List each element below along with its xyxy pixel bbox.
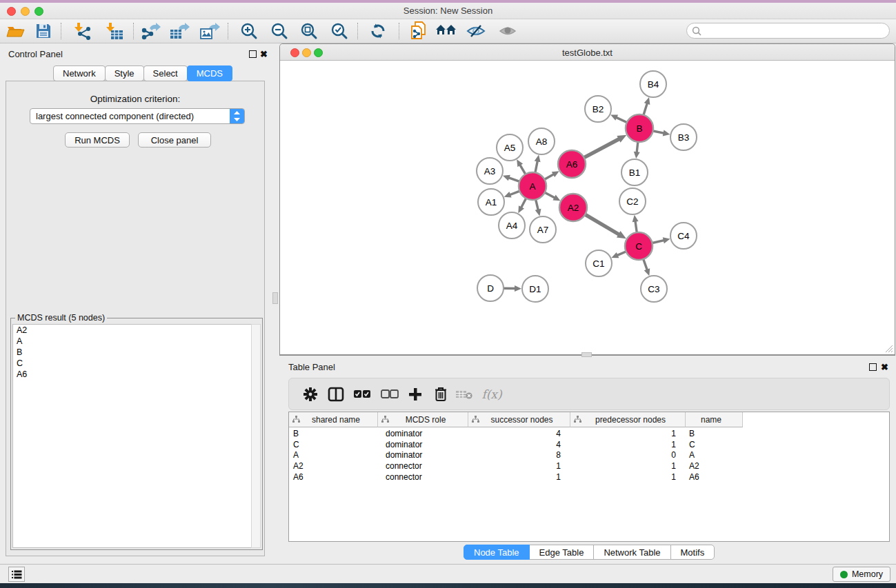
zoom-fit-button[interactable]	[297, 21, 321, 41]
tab-node-table[interactable]: Node Table	[464, 545, 530, 560]
edge-A-A7[interactable]	[535, 199, 538, 210]
zoom-selected-button[interactable]	[328, 21, 351, 41]
node-table[interactable]: shared nameMCDS rolesuccessor nodesprede…	[288, 412, 890, 542]
edge-C-C3[interactable]	[643, 258, 647, 271]
zoom-out-button[interactable]	[268, 21, 291, 41]
edge-A-A1[interactable]	[509, 191, 520, 195]
memory-button[interactable]: Memory	[833, 567, 890, 582]
edge-A-A2[interactable]	[544, 192, 556, 199]
select-all-button[interactable]	[351, 384, 373, 405]
export-network-icon	[140, 22, 161, 40]
table-row[interactable]: Adominator80A	[289, 450, 889, 461]
search-input[interactable]	[686, 23, 890, 39]
column-header-label: MCDS role	[389, 415, 468, 425]
export-image-button[interactable]	[198, 21, 221, 41]
network-window-titlebar[interactable]: testGlobe.txt	[280, 44, 895, 61]
tab-mcds[interactable]: MCDS	[187, 65, 232, 81]
tab-network[interactable]: Network	[53, 65, 106, 81]
mcds-result-item[interactable]: A6	[13, 369, 252, 380]
delete-table-icon	[455, 389, 473, 400]
edge-A2-C[interactable]	[584, 214, 619, 235]
table-toolbar: f(x)	[288, 378, 890, 410]
edge-B-B2[interactable]	[615, 117, 627, 123]
import-network-button[interactable]	[71, 21, 94, 41]
mcds-result-list[interactable]: A2ABCA6	[12, 324, 252, 548]
table-row[interactable]: A6connector11A6	[289, 472, 889, 483]
attribute-tree-icon	[381, 416, 389, 423]
delete-table-button[interactable]	[453, 384, 475, 405]
network-view-window: testGlobe.txt B4B2BB3A8A5A6A3B1AC2A1A2A4…	[279, 43, 895, 356]
refresh-view-button[interactable]	[366, 21, 390, 41]
run-mcds-button[interactable]: Run MCDS	[65, 132, 130, 148]
control-panel-close-button[interactable]: ✖	[260, 50, 268, 58]
criterion-select[interactable]: largest connected component (directed)	[30, 108, 245, 124]
edge-B-B1[interactable]	[637, 141, 638, 153]
edge-B-B4[interactable]	[644, 103, 648, 116]
new-network-from-selection-button[interactable]	[407, 21, 430, 41]
table-cell: A6	[289, 472, 378, 483]
edge-C-C1[interactable]	[617, 252, 627, 256]
edge-C-C2[interactable]	[635, 221, 637, 233]
edge-B-B3[interactable]	[653, 131, 665, 134]
edge-A-A6[interactable]	[544, 174, 555, 180]
table-row[interactable]: Bdominator41B	[289, 429, 889, 440]
control-panel-float-button[interactable]	[249, 50, 257, 58]
open-session-button[interactable]	[4, 21, 28, 41]
task-history-button[interactable]	[8, 567, 25, 582]
table-settings-button[interactable]	[299, 384, 321, 405]
export-network-button[interactable]	[139, 21, 162, 41]
edge-A6-B[interactable]	[584, 139, 620, 158]
column-header-successor-nodes[interactable]: successor nodes	[468, 412, 570, 427]
mcds-result-item[interactable]: B	[13, 347, 252, 358]
edge-A-A3[interactable]	[508, 177, 520, 181]
show-panel-button[interactable]	[496, 21, 519, 41]
close-panel-button[interactable]: Close panel	[138, 132, 211, 148]
export-table-button[interactable]	[168, 21, 191, 41]
column-header-predecessor-nodes[interactable]: predecessor nodes	[570, 412, 686, 427]
mcds-result-item[interactable]: C	[13, 358, 252, 369]
add-column-button[interactable]	[404, 384, 426, 405]
home-layout-button[interactable]	[435, 21, 458, 41]
edge-C-C4[interactable]	[652, 240, 665, 243]
hide-panel-button[interactable]	[464, 21, 488, 41]
node-label-A8: A8	[536, 136, 548, 147]
import-table-button[interactable]	[103, 21, 126, 41]
resize-grip-icon[interactable]	[884, 344, 893, 353]
tab-edge-table[interactable]: Edge Table	[529, 545, 595, 560]
delete-column-button[interactable]	[430, 384, 452, 405]
tab-network-table[interactable]: Network Table	[593, 545, 670, 560]
tab-style[interactable]: Style	[105, 65, 144, 81]
left-splitter-handle[interactable]	[272, 292, 278, 304]
zoom-in-button[interactable]	[237, 21, 261, 41]
network-canvas[interactable]: B4B2BB3A8A5A6A3B1AC2A1A2A4A7C4CC1C3DD1	[280, 61, 895, 355]
mcds-result-item[interactable]: A2	[13, 325, 252, 336]
edge-A-A5[interactable]	[519, 164, 526, 175]
save-session-button[interactable]	[32, 21, 55, 41]
edge-arrowhead	[644, 97, 650, 105]
deselect-all-button[interactable]	[379, 384, 401, 405]
mcds-list-scrollbar[interactable]	[251, 324, 261, 548]
table-row[interactable]: Cdominator41C	[289, 440, 889, 451]
node-label-C2: C2	[626, 196, 638, 207]
edge-A-A4[interactable]	[521, 198, 526, 208]
column-header-name[interactable]: name	[686, 412, 743, 427]
node-label-A3: A3	[484, 166, 496, 176]
list-icon	[12, 570, 22, 579]
show-columns-button[interactable]	[325, 384, 347, 405]
column-header-label: shared name	[300, 415, 377, 425]
edge-arrowhead	[634, 152, 640, 159]
tab-select[interactable]: Select	[143, 65, 188, 81]
mcds-result-item[interactable]: A	[13, 336, 252, 347]
node-label-B3: B3	[678, 132, 690, 143]
table-panel-float-button[interactable]	[869, 363, 877, 371]
function-builder-button[interactable]: f(x)	[477, 384, 507, 405]
eye-slash-icon	[466, 23, 486, 39]
table-row[interactable]: A2connector11A2	[289, 461, 889, 472]
column-header-shared-name[interactable]: shared name	[289, 412, 378, 427]
export-image-icon	[199, 22, 220, 40]
edge-A-A8[interactable]	[535, 160, 538, 173]
bottom-splitter-handle[interactable]	[581, 352, 592, 357]
table-panel-close-button[interactable]: ✖	[881, 363, 888, 371]
column-header-MCDS-role[interactable]: MCDS role	[378, 412, 468, 427]
tab-motifs[interactable]: Motifs	[670, 545, 715, 560]
